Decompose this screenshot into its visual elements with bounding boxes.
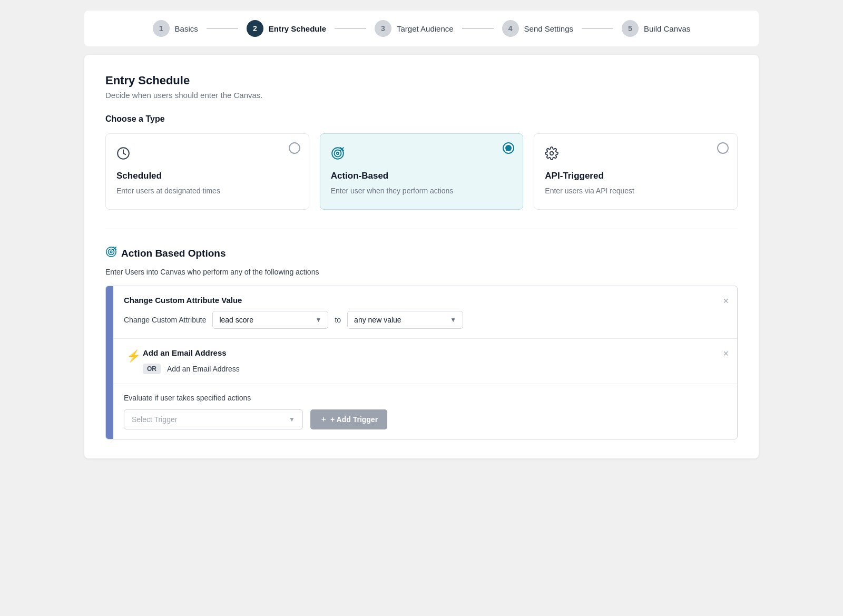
abo-title: Action Based Options [105, 246, 738, 260]
entry-schedule-header: Entry Schedule Decide when users should … [105, 74, 738, 100]
or-badge: OR [143, 364, 161, 374]
type-card-desc-api-triggered: Enter users via API request [545, 185, 727, 197]
svg-point-6 [550, 152, 554, 155]
step-num-5: 5 [622, 20, 639, 37]
step-num-1: 1 [153, 20, 170, 37]
clock-icon [116, 146, 298, 163]
page-title: Entry Schedule [105, 74, 738, 87]
action-row-2-content: OR Add an Email Address [143, 364, 727, 374]
choose-type-label: Choose a Type [105, 114, 738, 124]
step-num-4: 4 [502, 20, 519, 37]
action-row-1-content: Change Custom Attribute lead score ▼ to … [124, 311, 727, 329]
type-card-radio-scheduled[interactable] [289, 142, 300, 154]
section-divider [105, 229, 738, 229]
change-custom-attr-label: Change Custom Attribute [124, 316, 206, 324]
step-label-basics: Basics [175, 24, 198, 33]
type-card-name-api-triggered: API-Triggered [545, 171, 727, 181]
target-icon [331, 146, 513, 163]
svg-point-3 [337, 152, 339, 154]
step-num-2: 2 [247, 20, 263, 37]
any-new-value-dropdown[interactable]: any new value ▼ [347, 311, 463, 329]
type-card-radio-action-based[interactable] [503, 142, 514, 154]
stepper: 1 Basics 2 Entry Schedule 3 Target Audie… [84, 11, 759, 46]
type-card-name-scheduled: Scheduled [116, 171, 298, 181]
step-label-target-audience: Target Audience [397, 24, 454, 33]
any-new-value-text: any new value [354, 316, 401, 324]
svg-point-8 [109, 249, 114, 255]
step-num-3: 3 [375, 20, 391, 37]
actions-rows: Change Custom Attribute Value Change Cus… [113, 286, 737, 439]
action-row-1-title: Change Custom Attribute Value [124, 296, 727, 305]
step-entry-schedule[interactable]: 2 Entry Schedule [247, 20, 326, 37]
action-row-1-close[interactable]: × [723, 296, 729, 307]
evaluate-text: Evaluate if user takes specified actions [124, 394, 727, 402]
page-subtitle: Decide when users should enter the Canva… [105, 91, 738, 100]
step-divider-4 [582, 28, 613, 29]
dropdown-arrow-lead-score: ▼ [316, 316, 322, 324]
step-label-send-settings: Send Settings [524, 24, 573, 33]
step-divider-2 [335, 28, 366, 29]
type-card-name-action-based: Action-Based [331, 171, 513, 181]
action-row-trigger: Evaluate if user takes specified actions… [113, 384, 737, 439]
lead-score-dropdown[interactable]: lead score ▼ [212, 311, 328, 329]
step-divider-1 [207, 28, 238, 29]
type-card-desc-action-based: Enter user when they perform actions [331, 185, 513, 197]
action-row-2-close[interactable]: × [723, 348, 729, 359]
main-card: Entry Schedule Decide when users should … [84, 55, 759, 458]
trigger-dropdown-arrow: ▼ [289, 416, 295, 423]
trigger-row: Select Trigger ▼ ＋ + Add Trigger [124, 409, 727, 429]
type-cards: Scheduled Enter users at designated time… [105, 133, 738, 210]
step-send-settings[interactable]: 4 Send Settings [502, 20, 573, 37]
type-card-action-based[interactable]: Action-Based Enter user when they perfor… [320, 133, 524, 210]
step-basics[interactable]: 1 Basics [153, 20, 198, 37]
to-label: to [335, 316, 341, 324]
step-label-build-canvas: Build Canvas [644, 24, 690, 33]
lightning-icon: ⚡ [126, 349, 141, 363]
add-trigger-label: + Add Trigger [330, 415, 378, 424]
type-card-scheduled[interactable]: Scheduled Enter users at designated time… [105, 133, 309, 210]
dropdown-arrow-value: ▼ [450, 316, 456, 324]
add-trigger-plus-icon: ＋ [320, 415, 327, 424]
svg-point-2 [334, 150, 341, 157]
actions-left-bar [106, 286, 113, 439]
select-trigger-dropdown[interactable]: Select Trigger ▼ [124, 409, 303, 429]
step-label-entry-schedule: Entry Schedule [269, 24, 326, 33]
type-card-api-triggered[interactable]: API-Triggered Enter users via API reques… [534, 133, 738, 210]
abo-subtitle: Enter Users into Canvas who perform any … [105, 268, 738, 276]
step-divider-3 [462, 28, 494, 29]
type-card-radio-api-triggered[interactable] [717, 142, 729, 154]
action-row-email: ⚡ Add an Email Address OR Add an Email A… [113, 339, 737, 384]
step-build-canvas[interactable]: 5 Build Canvas [622, 20, 690, 37]
abo-target-icon [105, 246, 117, 260]
gear-icon [545, 146, 727, 163]
actions-container: Change Custom Attribute Value Change Cus… [105, 286, 738, 439]
type-card-desc-scheduled: Enter users at designated times [116, 185, 298, 197]
add-trigger-button[interactable]: ＋ + Add Trigger [310, 409, 387, 429]
step-target-audience[interactable]: 3 Target Audience [375, 20, 454, 37]
select-trigger-placeholder: Select Trigger [132, 415, 177, 424]
abo-title-text: Action Based Options [121, 248, 226, 259]
add-email-label: Add an Email Address [167, 365, 240, 373]
lead-score-value: lead score [219, 316, 253, 324]
svg-point-9 [110, 251, 112, 253]
action-row-2-title: Add an Email Address [143, 348, 727, 357]
action-row-change-attribute: Change Custom Attribute Value Change Cus… [113, 286, 737, 339]
